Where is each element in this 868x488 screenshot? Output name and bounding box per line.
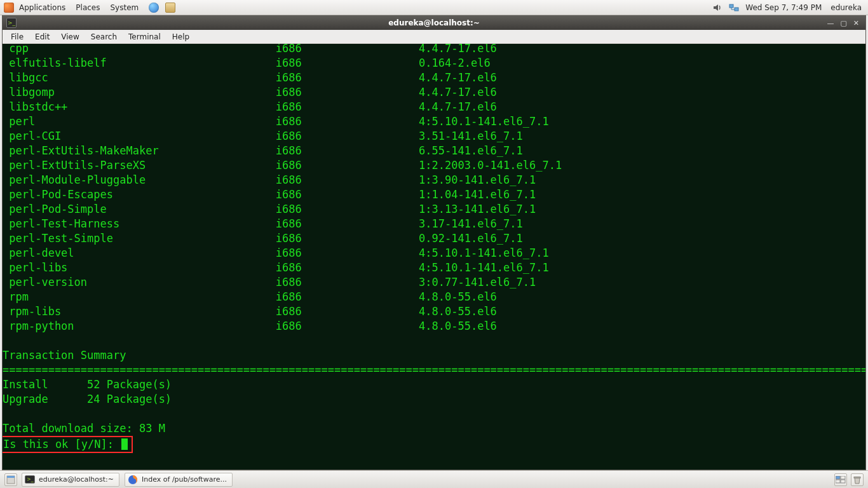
svg-rect-7 [836,476,840,479]
close-button[interactable]: ✕ [853,19,859,27]
trash-icon[interactable] [851,473,864,486]
file-menu[interactable]: File [5,30,29,43]
svg-rect-11 [854,477,860,478]
window-title: edureka@localhost:~ [3,18,865,27]
show-desktop-button[interactable] [4,473,17,486]
terminal-text: cpp i686 4.4.7-17.el6 elfutils-libelf i6… [3,44,865,453]
svg-rect-10 [841,480,845,483]
task-firefox[interactable]: Index of /pub/software... [125,473,233,487]
terminal-icon: >_ [25,475,35,485]
confirm-prompt-highlight: Is this ok [y/N]: [3,436,133,453]
package-manager-icon[interactable] [164,0,177,15]
svg-rect-8 [841,476,845,479]
bottom-taskbar: >_ edureka@localhost:~ Index of /pub/sof… [0,470,868,488]
network-icon[interactable] [729,3,739,13]
terminal-app-icon: >_ [6,18,17,28]
places-menu[interactable]: Places [71,0,105,15]
firefox-icon [128,475,138,485]
svg-rect-3 [7,476,15,478]
terminal-area[interactable]: cpp i686 4.4.7-17.el6 elfutils-libelf i6… [3,44,865,470]
svg-rect-1 [735,8,738,11]
terminal-cursor [121,438,128,450]
system-tray: Wed Sep 7, 7:49 PM edureka [712,3,864,13]
help-menu[interactable]: Help [166,30,195,43]
svg-text:>_: >_ [27,477,34,482]
browser-launcher-icon[interactable] [144,0,164,15]
gnome-foot-icon[interactable] [4,3,14,13]
workspace-switcher[interactable] [834,473,847,486]
maximize-button[interactable]: ▢ [840,19,846,27]
confirm-prompt-text: Is this ok [y/N]: [3,438,120,451]
terminal-window: >_ edureka@localhost:~ — ▢ ✕ File Edit V… [2,15,866,470]
terminal-menubar: File Edit View Search Terminal Help [3,30,865,44]
view-menu[interactable]: View [55,30,85,43]
window-titlebar[interactable]: >_ edureka@localhost:~ — ▢ ✕ [3,16,865,30]
user-menu[interactable]: edureka [828,3,862,12]
edit-menu[interactable]: Edit [29,30,55,43]
clock[interactable]: Wed Sep 7, 7:49 PM [745,3,822,12]
svg-rect-0 [729,4,733,8]
top-panel: Applications Places System Wed Sep 7, 7:… [0,0,868,15]
task-terminal-label: edureka@localhost:~ [39,475,114,484]
volume-icon[interactable] [712,3,722,13]
task-terminal[interactable]: >_ edureka@localhost:~ [22,473,119,487]
applications-menu[interactable]: Applications [14,0,71,15]
minimize-button[interactable]: — [827,19,834,27]
terminal-menu[interactable]: Terminal [123,30,166,43]
system-menu[interactable]: System [105,0,144,15]
search-menu[interactable]: Search [85,30,123,43]
svg-rect-9 [836,480,840,483]
task-firefox-label: Index of /pub/software... [142,475,227,484]
